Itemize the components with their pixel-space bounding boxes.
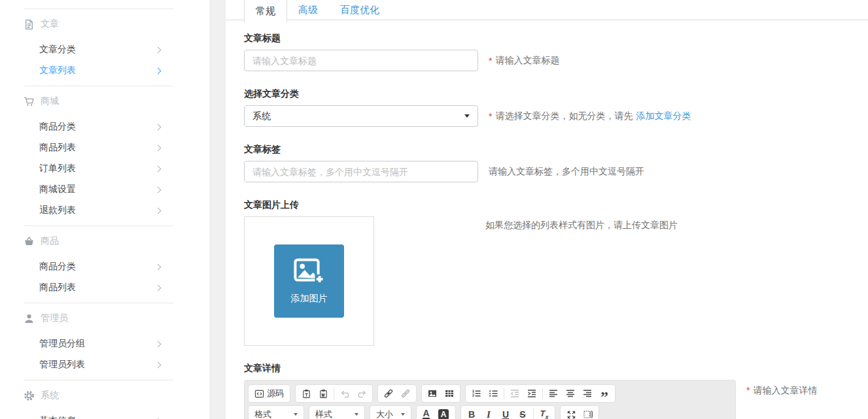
field-article-image: 文章图片上传 添加图片 [244, 199, 868, 346]
select-caret-icon [464, 114, 470, 118]
align-center-button[interactable] [562, 386, 579, 401]
sidebar-item-article-list[interactable]: 文章列表 [24, 60, 173, 81]
align-center-icon [565, 388, 576, 399]
add-image-button[interactable]: 添加图片 [274, 244, 344, 318]
sidebar-group-label: 系统 [41, 390, 59, 401]
unlink-button[interactable] [397, 386, 414, 401]
insert-table-button[interactable] [441, 386, 458, 401]
format-dropdown[interactable]: 格式 [248, 405, 304, 419]
sidebar-item-goods-category[interactable]: 商品分类 [24, 116, 173, 137]
required-star: * [489, 111, 492, 122]
article-category-selected-value: 系统 [252, 110, 271, 122]
numbered-list-icon [471, 388, 481, 399]
sidebar-group-product: 商品 商品分类 商品列表 [24, 226, 173, 303]
article-image-dropzone[interactable]: 添加图片 [244, 216, 374, 346]
italic-button[interactable]: I [480, 407, 497, 419]
sidebar-group-system: 系统 基本信息 [24, 380, 173, 419]
show-blocks-icon [583, 409, 593, 419]
underline-button[interactable]: U [497, 407, 514, 419]
indent-icon [527, 388, 537, 399]
link-icon [383, 388, 394, 399]
article-title-input[interactable] [244, 50, 478, 71]
italic-icon: I [487, 409, 491, 419]
required-star: * [746, 385, 750, 395]
outdent-button[interactable] [506, 386, 523, 401]
strikethrough-button[interactable]: S [514, 407, 531, 419]
dropdown-caret-icon [401, 413, 405, 416]
sidebar-group-admin: 管理员 管理员分组 管理员列表 [24, 303, 173, 380]
align-right-button[interactable] [579, 386, 596, 401]
sidebar-item-admin-group[interactable]: 管理员分组 [24, 333, 173, 354]
text-color-icon: A [423, 409, 429, 419]
background-color-button[interactable]: A [436, 407, 453, 419]
sidebar-group-system-header: 系统 [24, 380, 173, 411]
paste-as-text-icon [302, 389, 311, 399]
add-article-category-link[interactable]: 添加文章分类 [636, 110, 691, 122]
editor-toolbar-row-2: 格式 样式 大小 [248, 404, 732, 419]
bulleted-list-button[interactable] [485, 386, 502, 401]
sidebar-group-product-header: 商品 [24, 226, 173, 256]
sidebar-item-admin-list[interactable]: 管理员列表 [24, 354, 173, 375]
bold-button[interactable]: B [463, 407, 480, 419]
align-left-button[interactable] [545, 386, 562, 401]
background-color-icon: A [438, 409, 449, 419]
blockquote-button[interactable]: ” [596, 386, 613, 401]
required-star: * [489, 56, 492, 66]
rich-text-editor: 源码 [244, 380, 736, 419]
redo-icon [357, 389, 367, 399]
chevron-right-icon [155, 284, 162, 291]
paste-from-word-button[interactable] [315, 386, 332, 401]
strikethrough-icon: S [519, 409, 525, 419]
chevron-right-icon [155, 165, 162, 172]
article-tags-input[interactable] [244, 161, 478, 182]
size-dropdown[interactable]: 大小 [370, 405, 411, 419]
source-icon [254, 389, 264, 399]
sidebar-item-article-category[interactable]: 文章分类 [24, 39, 173, 60]
main-content: 常规 高级 百度优化 文章标题 * 请输入文章标题 选择文章分类 [226, 0, 868, 419]
tab-baidu-seo[interactable]: 百度优化 [329, 0, 391, 20]
sidebar-group-label: 管理员 [41, 312, 68, 324]
indent-button[interactable] [523, 386, 540, 401]
tab-advanced[interactable]: 高级 [287, 0, 329, 20]
sidebar-item-refund-list[interactable]: 退款列表 [24, 200, 173, 221]
article-image-hint: 如果您选择的列表样式有图片，请上传文章图片 [485, 216, 678, 231]
unlink-icon [400, 388, 411, 399]
sidebar-item-mall-settings[interactable]: 商城设置 [24, 179, 173, 200]
sidebar-item-product-list[interactable]: 商品列表 [24, 277, 173, 298]
text-color-button[interactable]: A [419, 407, 436, 419]
sidebar-content-gap [209, 0, 226, 419]
source-button[interactable]: 源码 [251, 386, 288, 401]
redo-button[interactable] [353, 386, 370, 401]
sidebar: 文章 文章分类 文章列表 商城 [0, 0, 209, 419]
sidebar-item-order-list[interactable]: 订单列表 [24, 158, 173, 179]
sidebar-item-basic-info[interactable]: 基本信息 [24, 411, 173, 419]
chevron-right-icon [155, 67, 162, 74]
article-tags-hint: 请输入文章标签，多个用中文逗号隔开 [489, 166, 644, 178]
blockquote-icon: ” [600, 387, 608, 400]
tab-general[interactable]: 常规 [244, 0, 287, 22]
numbered-list-button[interactable] [468, 386, 485, 401]
article-detail-hint: * 请输入文章详情 [746, 380, 817, 397]
article-icon [24, 19, 35, 30]
article-category-select[interactable]: 系统 [244, 105, 478, 127]
paste-as-text-button[interactable] [298, 386, 315, 401]
styles-dropdown[interactable]: 样式 [309, 405, 365, 419]
article-tags-label: 文章标签 [244, 144, 868, 156]
remove-format-icon: Tx [540, 409, 549, 419]
align-left-icon [548, 388, 559, 399]
maximize-button[interactable] [563, 407, 580, 419]
image-icon [427, 388, 438, 399]
field-article-detail: 文章详情 源码 [244, 363, 868, 419]
field-article-category: 选择文章分类 系统 * 请选择文章分类，如无分类，请先 添加文章分类 [244, 88, 868, 127]
remove-format-button[interactable]: Tx [536, 407, 553, 419]
cart-icon [24, 96, 35, 107]
link-button[interactable] [380, 386, 397, 401]
show-blocks-button[interactable] [580, 407, 597, 419]
dropdown-caret-icon [294, 413, 298, 416]
undo-button[interactable] [336, 386, 353, 401]
sidebar-item-product-category[interactable]: 商品分类 [24, 256, 173, 277]
insert-image-button[interactable] [424, 386, 441, 401]
field-article-tags: 文章标签 请输入文章标签，多个用中文逗号隔开 [244, 144, 868, 182]
sidebar-item-goods-list[interactable]: 商品列表 [24, 137, 173, 158]
chevron-right-icon [155, 207, 162, 214]
